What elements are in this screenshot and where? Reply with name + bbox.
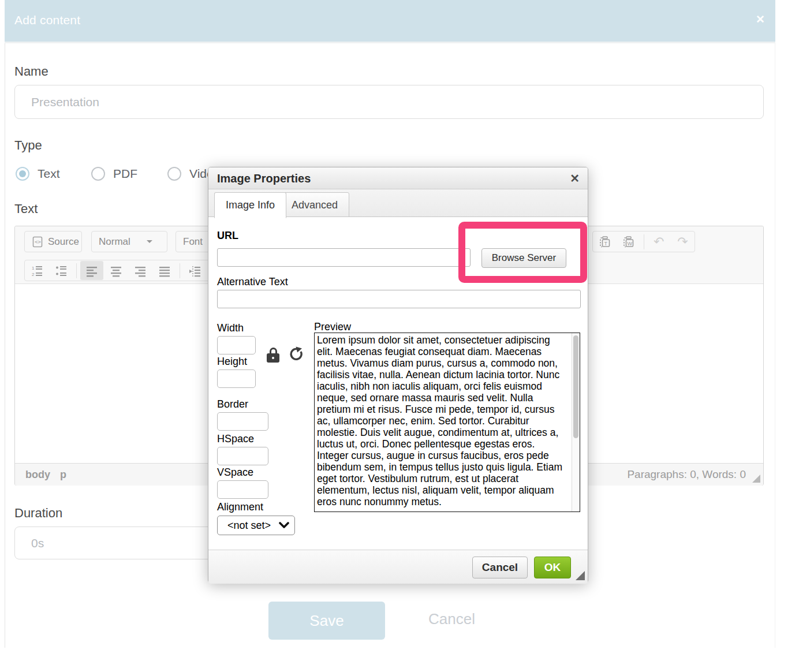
tab-image-info[interactable]: Image Info [214,192,286,218]
source-label: Source [48,236,79,248]
dialog-resize-handle[interactable] [576,571,585,580]
width-input[interactable] [217,336,256,354]
radio-label[interactable]: Text [38,167,60,181]
hspace-label: HSpace [217,433,254,445]
undo-icon: ↶ [654,236,664,248]
vspace-label: VSpace [217,466,253,479]
dialog-ok-button[interactable]: OK [534,557,571,578]
preview-scrollbar[interactable] [572,333,580,512]
width-label: Width [217,322,244,334]
svg-text:2: 2 [32,272,35,277]
height-input[interactable] [217,369,256,388]
radio-selected-icon[interactable] [16,167,29,181]
text-label: Text [14,201,38,216]
align-justify-icon [158,264,171,277]
align-center-button[interactable] [104,261,128,280]
bulleted-list-button[interactable] [50,261,73,280]
reset-size-button[interactable] [288,346,303,363]
border-label: Border [217,398,248,410]
dialog-tab-strip: Image Info Advanced [208,189,588,217]
height-label: Height [217,356,247,368]
type-label: Type [14,138,42,153]
source-icon: <> [32,236,43,248]
dialog-close-icon[interactable]: ✕ [570,171,580,185]
indent-button[interactable] [184,261,207,280]
close-icon[interactable]: ✕ [756,13,765,26]
duration-label: Duration [14,506,62,521]
url-label: URL [217,230,238,242]
paste-as-text-button[interactable]: T [593,232,616,251]
alignment-value: <not set> [227,520,271,532]
numbered-list-icon: 1 2 [31,264,43,277]
align-right-icon [134,264,147,277]
radio-option-text[interactable]: Text [16,167,60,181]
toolbar-separator [76,263,77,278]
undo-button[interactable]: ↶ [647,232,670,251]
radio-option-pdf[interactable]: PDF [91,167,137,181]
radio-label[interactable]: PDF [113,167,137,181]
alignment-select[interactable]: <not set> [217,516,295,535]
chevron-down-icon [147,240,152,243]
toolbar-separator [180,263,180,278]
name-input[interactable] [14,85,764,119]
image-properties-dialog: Image Properties ✕ Image Info Advanced U… [208,167,588,583]
alignment-label: Alignment [217,501,263,513]
toolbar-separator [644,234,644,249]
align-right-button[interactable] [129,261,152,280]
bulleted-list-icon [55,264,68,277]
radio-unselected-icon[interactable] [91,167,105,181]
refresh-icon [288,346,304,363]
redo-icon: ↷ [677,236,688,248]
paste-text-icon: T [599,236,611,248]
tab-advanced[interactable]: Advanced [280,192,349,217]
preview-text: Lorem ipsum dolor sit amet, consectetuer… [317,334,568,507]
numbered-list-button[interactable]: 1 2 [25,261,48,280]
redo-button[interactable]: ↷ [671,232,694,251]
lock-ratio-button[interactable] [267,348,279,364]
hspace-input[interactable] [217,447,268,465]
align-justify-button[interactable] [153,261,176,280]
paragraph-format-dropdown[interactable]: Normal [91,231,167,252]
dialog-footer: Cancel OK [208,550,588,584]
paste-word-icon: W [622,236,635,248]
align-left-icon [85,264,98,277]
clipboard-button-group: T W ↶ ↷ [592,231,695,252]
align-left-button[interactable] [80,261,103,280]
editor-resize-handle[interactable] [752,475,760,483]
dialog-title: Image Properties [217,172,311,185]
svg-text:W: W [627,241,632,247]
element-path-p[interactable]: p [60,469,66,481]
svg-text:<>: <> [35,239,41,245]
chevron-down-icon [279,522,289,529]
vspace-input[interactable] [217,480,268,499]
element-path-body[interactable]: body [25,469,50,481]
dialog-cancel-button[interactable]: Cancel [472,557,528,578]
dialog-header[interactable]: Image Properties ✕ [208,167,588,189]
source-button-group: <> Source [24,231,82,252]
font-value: Font [183,236,203,248]
border-input[interactable] [217,412,268,431]
alt-text-label: Alternative Text [217,276,288,288]
modal-title: Add content [14,13,80,27]
align-center-icon [110,264,122,277]
format-dropdown-button[interactable]: Normal [92,232,167,252]
preview-scrollbar-thumb[interactable] [573,335,578,438]
svg-text:T: T [604,241,607,247]
browse-server-button[interactable]: Browse Server [481,248,566,268]
font-dropdown-button[interactable]: Font [176,232,210,252]
alt-text-input[interactable] [217,290,581,308]
paragraph-button-group: 1 2 [24,260,216,281]
format-value: Normal [99,236,130,248]
radio-unselected-icon[interactable] [167,167,181,181]
name-label: Name [14,64,48,79]
preview-label: Preview [314,321,351,333]
screen: Add content ✕ Name Type Text PDF Video T… [0,0,799,672]
modal-header: Add content ✕ [5,0,775,43]
source-button[interactable]: <> Source [25,232,86,252]
url-input[interactable] [217,248,471,267]
word-count: Paragraphs: 0, Words: 0 [627,468,746,481]
modal-cancel-button[interactable]: Cancel [428,610,475,628]
save-button[interactable]: Save [268,602,385,640]
svg-text:1: 1 [32,266,35,271]
paste-from-word-button[interactable]: W [617,232,640,251]
